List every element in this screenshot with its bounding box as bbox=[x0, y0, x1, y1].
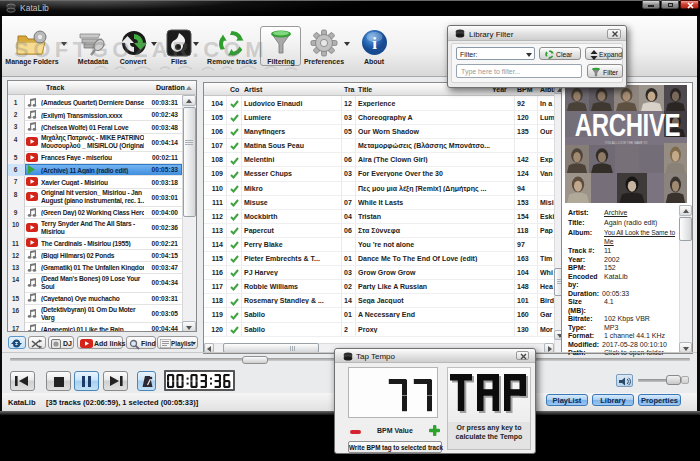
svg-text:i: i bbox=[372, 34, 377, 53]
svg-text:ARCHIVE: ARCHIVE bbox=[575, 106, 680, 142]
svg-text:YOU ALL LOOK THE SAME TO: YOU ALL LOOK THE SAME TO bbox=[605, 141, 648, 145]
